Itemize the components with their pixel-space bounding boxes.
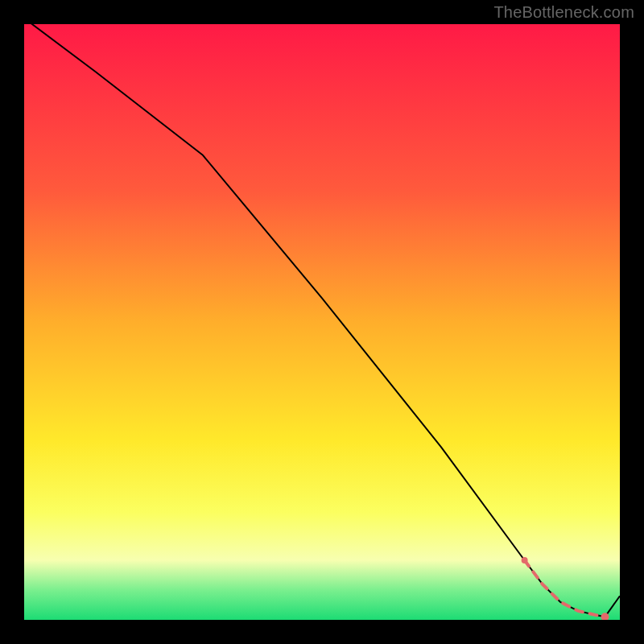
chart-frame: TheBottleneck.com bbox=[0, 0, 644, 644]
optimal-zone-start-dot bbox=[522, 557, 528, 564]
bottleneck-chart bbox=[24, 24, 620, 620]
watermark-text: TheBottleneck.com bbox=[493, 3, 634, 22]
gradient-background bbox=[24, 24, 620, 620]
